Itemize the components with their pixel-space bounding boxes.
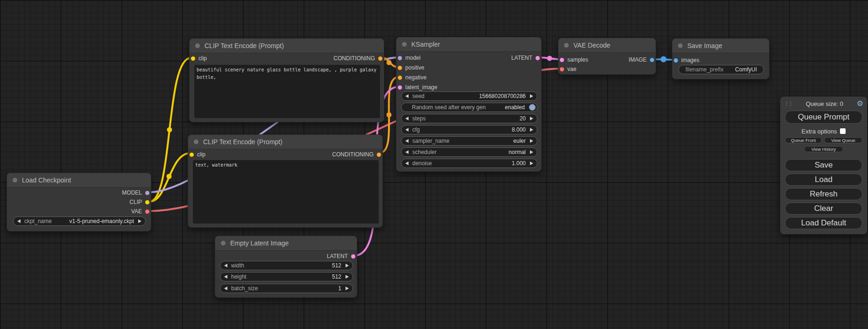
refresh-button[interactable]: Refresh (785, 188, 862, 200)
denoise-widget[interactable]: denoise 1.000 (401, 159, 537, 168)
input-port-samples[interactable] (560, 58, 564, 62)
clear-button[interactable]: Clear (785, 203, 862, 215)
drag-handle-icon[interactable] (784, 101, 792, 106)
input-port-negative[interactable] (398, 76, 402, 80)
increment-arrow-icon[interactable] (530, 161, 533, 165)
decrement-arrow-icon[interactable] (405, 128, 409, 132)
increment-arrow-icon[interactable] (530, 139, 533, 143)
link-dot (387, 60, 392, 65)
filename-prefix-widget[interactable]: filename_prefix ComfyUI (678, 65, 764, 74)
widget-label: batch_size (231, 285, 258, 292)
queue-size-label: Queue size: 0 (806, 100, 843, 107)
output-row-conditioning: CONDITIONING (333, 54, 384, 63)
decrement-arrow-icon[interactable] (405, 94, 409, 98)
output-row-clip: CLIP (129, 197, 151, 207)
collapse-dot-icon[interactable] (402, 42, 407, 47)
scheduler-widget[interactable]: scheduler normal (401, 147, 537, 157)
node-clip-negative-titlebar[interactable]: CLIP Text Encode (Prompt) (188, 135, 382, 149)
output-port-vae[interactable] (145, 210, 149, 214)
input-port-images[interactable] (674, 58, 678, 63)
collapse-dot-icon[interactable] (564, 43, 569, 48)
widget-value: v1-5-pruned-emaonly.ckpt (69, 218, 134, 224)
increment-arrow-icon[interactable] (530, 117, 533, 120)
height-widget[interactable]: height 512 (220, 272, 353, 281)
node-load-checkpoint[interactable]: Load Checkpoint MODEL CLIP VAE ckpt_name… (7, 173, 151, 231)
seed-widget[interactable]: seed 156680208700286 (401, 91, 537, 101)
output-port-conditioning[interactable] (378, 56, 382, 61)
queue-prompt-button[interactable]: Queue Prompt (785, 111, 862, 124)
node-clip-positive-titlebar[interactable]: CLIP Text Encode (Prompt) (190, 39, 384, 53)
input-port-clip[interactable] (190, 153, 194, 157)
widget-value: euler (513, 138, 526, 144)
collapse-dot-icon[interactable] (195, 43, 200, 48)
node-title-text: Save Image (687, 42, 722, 49)
collapse-dot-icon[interactable] (194, 140, 198, 144)
steps-widget[interactable]: steps 20 (401, 114, 537, 123)
output-port-image[interactable] (650, 58, 654, 62)
increment-arrow-icon[interactable] (530, 94, 533, 98)
view-queue-button[interactable]: View Queue (824, 137, 862, 143)
input-port-model[interactable] (398, 56, 402, 60)
increment-arrow-icon[interactable] (530, 150, 533, 154)
node-ksampler[interactable]: KSampler model positive negative latent_… (396, 37, 542, 172)
input-port-latent-image[interactable] (398, 85, 402, 90)
collapse-dot-icon[interactable] (221, 241, 226, 245)
collapse-dot-icon[interactable] (13, 178, 17, 182)
prompt-text-area[interactable]: text, watermark (193, 160, 379, 224)
decrement-arrow-icon[interactable] (405, 161, 409, 165)
extra-options-checkbox[interactable] (840, 128, 846, 134)
input-row-samples: samples (558, 55, 588, 64)
decrement-arrow-icon[interactable] (224, 264, 227, 267)
increment-arrow-icon[interactable] (530, 128, 533, 132)
view-history-button[interactable]: View History (804, 146, 843, 152)
ckpt-name-widget[interactable]: ckpt_name v1-5-pruned-emaonly.ckpt (13, 217, 146, 226)
decrement-arrow-icon[interactable] (224, 275, 227, 279)
output-port-clip[interactable] (145, 200, 149, 204)
node-empty-latent-image[interactable]: Empty Latent Image LATENT width 512 heig… (215, 236, 357, 298)
input-label: model (405, 55, 421, 61)
decrement-arrow-icon[interactable] (17, 219, 21, 223)
input-row-positive: positive (396, 63, 424, 72)
save-button[interactable]: Save (785, 159, 862, 171)
input-port-clip[interactable] (191, 56, 195, 61)
random-seed-toggle-widget[interactable]: Random seed after every gen enabled (401, 103, 537, 112)
width-widget[interactable]: width 512 (220, 261, 353, 270)
increment-arrow-icon[interactable] (346, 264, 349, 267)
random-seed-toggle-icon[interactable] (529, 104, 536, 111)
prompt-text-area[interactable]: beautiful scenery nature glass bottle la… (194, 65, 380, 118)
collapse-dot-icon[interactable] (678, 43, 683, 48)
load-default-button[interactable]: Load Default (785, 217, 862, 229)
widget-value: 512 (332, 262, 341, 269)
node-clip-text-encode-positive[interactable]: CLIP Text Encode (Prompt) clip CONDITION… (189, 38, 384, 122)
node-vae-decode-titlebar[interactable]: VAE Decode (558, 38, 656, 53)
output-port-conditioning[interactable] (377, 153, 381, 157)
queue-front-button[interactable]: Queue Front (785, 137, 822, 143)
decrement-arrow-icon[interactable] (405, 139, 409, 143)
input-row-latent-image: latent_image (396, 83, 438, 92)
node-load-checkpoint-titlebar[interactable]: Load Checkpoint (7, 173, 151, 188)
output-port-latent[interactable] (536, 56, 540, 60)
output-port-latent[interactable] (351, 254, 355, 259)
decrement-arrow-icon[interactable] (224, 287, 227, 290)
input-port-positive[interactable] (398, 66, 402, 70)
increment-arrow-icon[interactable] (346, 287, 349, 290)
input-port-vae[interactable] (560, 67, 564, 71)
increment-arrow-icon[interactable] (346, 275, 349, 279)
node-save-image-titlebar[interactable]: Save Image (672, 39, 769, 53)
sampler-name-widget[interactable]: sampler_name euler (401, 136, 537, 146)
decrement-arrow-icon[interactable] (405, 117, 409, 120)
load-button[interactable]: Load (785, 174, 862, 186)
settings-gear-icon[interactable] (857, 100, 863, 107)
node-save-image[interactable]: Save Image images filename_prefix ComfyU… (672, 38, 769, 79)
node-clip-text-encode-negative[interactable]: CLIP Text Encode (Prompt) clip CONDITION… (188, 134, 383, 228)
increment-arrow-icon[interactable] (138, 219, 141, 223)
node-empty-latent-titlebar[interactable]: Empty Latent Image (215, 236, 357, 251)
wire-latent-to-samples (538, 57, 561, 59)
decrement-arrow-icon[interactable] (405, 150, 409, 154)
output-label: CLIP (129, 199, 142, 205)
cfg-widget[interactable]: cfg 8.000 (401, 125, 537, 134)
batch-size-widget[interactable]: batch_size 1 (220, 284, 353, 293)
node-vae-decode[interactable]: VAE Decode samples vae IMAGE (558, 38, 656, 75)
node-ksampler-titlebar[interactable]: KSampler (396, 37, 541, 52)
output-port-model[interactable] (145, 191, 149, 195)
